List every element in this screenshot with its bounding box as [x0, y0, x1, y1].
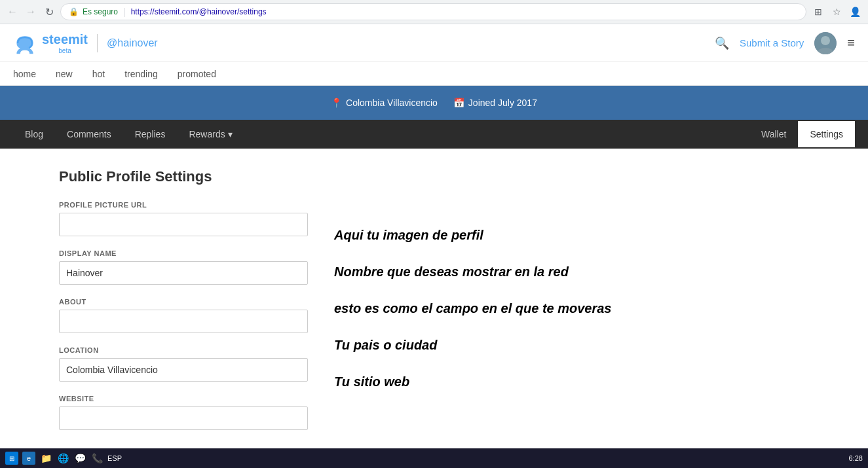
profile-icon[interactable]: 👤: [847, 4, 863, 20]
taskbar-ie[interactable]: e: [22, 452, 35, 463]
about-field: ABOUT: [59, 298, 308, 333]
annotations-column: Aqui tu imagen de perfil Nombre que dese…: [334, 201, 612, 400]
form-fields: PROFILE PICTURE URL DISPLAY NAME ABOUT L…: [59, 201, 308, 443]
main-content: Public Profile Settings PROFILE PICTURE …: [0, 149, 868, 463]
website-label: WEBSITE: [59, 395, 308, 403]
url-separator: |: [123, 7, 126, 17]
nav-bar: home new hot trending promoted: [0, 62, 868, 86]
nav-home[interactable]: home: [13, 69, 36, 79]
display-name-field: DISPLAY NAME: [59, 249, 308, 285]
website-input[interactable]: [59, 406, 308, 430]
browser-chrome: ← → ↻ 🔒 Es seguro | https://steemit.com/…: [0, 0, 868, 24]
avatar[interactable]: [814, 32, 837, 54]
lock-icon: 🔒: [69, 7, 79, 16]
taskbar-start[interactable]: ⊞: [5, 452, 18, 463]
annotation-1: Aqui tu imagen de perfil: [334, 217, 612, 253]
profile-picture-field: PROFILE PICTURE URL: [59, 201, 308, 236]
profile-picture-label: PROFILE PICTURE URL: [59, 201, 308, 209]
header-right: 🔍 Submit a Story ≡: [715, 32, 855, 54]
hamburger-menu-button[interactable]: ≡: [847, 35, 855, 50]
logo-area: steemit beta: [13, 31, 88, 55]
calendar-icon: 📅: [453, 98, 464, 108]
back-button[interactable]: ←: [5, 5, 20, 19]
forward-button[interactable]: →: [24, 5, 38, 19]
joined-banner-item: 📅 Joined July 2017: [453, 98, 537, 108]
profile-banner: 📍 Colombia Villavicencio 📅 Joined July 2…: [0, 86, 868, 120]
bookmark-icon[interactable]: ☆: [829, 4, 844, 20]
subnav-right: Wallet Settings: [749, 121, 855, 147]
about-label: ABOUT: [59, 298, 308, 306]
banner-location: Colombia Villavicencio: [346, 98, 438, 108]
translate-icon[interactable]: ⊞: [810, 4, 826, 20]
logo-name: steemit: [42, 32, 88, 47]
secure-label: Es seguro: [83, 7, 118, 16]
subnav-rewards[interactable]: Rewards ▾: [177, 121, 244, 147]
annotation-3: esto es como el campo en el que te mover…: [334, 290, 612, 327]
taskbar-skype[interactable]: 💬: [73, 452, 86, 463]
browser-right-icons: ⊞ ☆ 👤: [810, 4, 863, 20]
location-banner-item: 📍 Colombia Villavicencio: [331, 98, 438, 108]
taskbar-chrome[interactable]: 🌐: [56, 452, 69, 463]
svg-point-1: [821, 36, 830, 45]
subnav-left: Blog Comments Replies Rewards ▾: [13, 121, 244, 147]
steemit-logo-icon: [13, 31, 37, 55]
banner-joined: Joined July 2017: [468, 98, 537, 108]
display-name-label: DISPLAY NAME: [59, 249, 308, 257]
taskbar-language: ESP: [107, 454, 122, 462]
website-field: WEBSITE: [59, 395, 308, 430]
location-label: LOCATION: [59, 346, 308, 354]
subnav-wallet[interactable]: Wallet: [749, 121, 798, 147]
form-section: PROFILE PICTURE URL DISPLAY NAME ABOUT L…: [59, 201, 809, 443]
url-display: https://steemit.com/@hainover/settings: [131, 7, 267, 16]
profile-subnav: Blog Comments Replies Rewards ▾ Wallet S…: [0, 120, 868, 149]
annotation-4: Tu pais o ciudad: [334, 327, 612, 363]
address-bar[interactable]: 🔒 Es seguro | https://steemit.com/@haino…: [60, 3, 806, 20]
about-input[interactable]: [59, 310, 308, 333]
reload-button[interactable]: ↻: [42, 5, 56, 19]
logo-text: steemit beta: [42, 32, 88, 54]
location-icon: 📍: [331, 98, 342, 108]
nav-promoted[interactable]: promoted: [178, 69, 216, 79]
taskbar-time: 6:28: [849, 454, 863, 462]
location-input[interactable]: [59, 358, 308, 382]
nav-trending[interactable]: trending: [124, 69, 158, 79]
logo-beta: beta: [42, 47, 88, 54]
taskbar-skype2[interactable]: 📞: [90, 452, 104, 463]
page-title: Public Profile Settings: [59, 168, 809, 185]
location-field: LOCATION: [59, 346, 308, 382]
display-name-input[interactable]: [59, 261, 308, 285]
subnav-comments[interactable]: Comments: [55, 121, 123, 147]
subnav-settings[interactable]: Settings: [798, 121, 855, 147]
subnav-replies[interactable]: Replies: [123, 121, 178, 147]
search-icon[interactable]: 🔍: [715, 36, 729, 50]
taskbar: ⊞ e 📁 🌐 💬 📞 ESP 6:28: [0, 448, 868, 463]
annotation-2: Nombre que deseas mostrar en la red: [334, 253, 612, 290]
username-link[interactable]: @hainover: [107, 37, 158, 49]
taskbar-folder[interactable]: 📁: [39, 452, 52, 463]
submit-story-link[interactable]: Submit a Story: [740, 37, 804, 48]
profile-picture-input[interactable]: [59, 213, 308, 236]
subnav-blog[interactable]: Blog: [13, 121, 55, 147]
nav-hot[interactable]: hot: [92, 69, 105, 79]
header-divider: [97, 34, 98, 52]
app-header: steemit beta @hainover 🔍 Submit a Story …: [0, 24, 868, 62]
nav-new[interactable]: new: [56, 69, 73, 79]
annotation-5: Tu sitio web: [334, 363, 612, 400]
browser-toolbar: ← → ↻ 🔒 Es seguro | https://steemit.com/…: [0, 0, 868, 24]
